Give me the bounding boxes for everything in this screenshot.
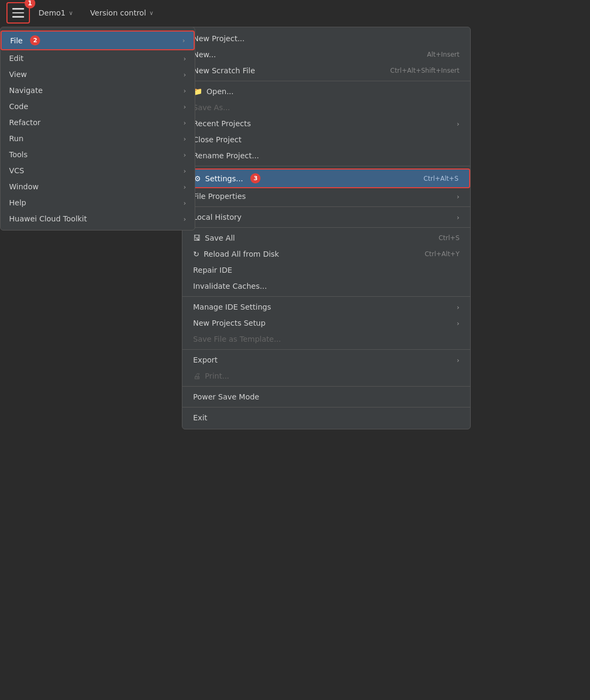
- menu-item-invalidate-caches[interactable]: Invalidate Caches...: [182, 278, 470, 294]
- edit-label: Edit: [9, 54, 24, 63]
- edit-arrow-icon: ›: [183, 55, 186, 63]
- sidebar-item-tools[interactable]: Tools ›: [1, 147, 195, 163]
- menu-item-open[interactable]: 📁 Open...: [182, 83, 470, 99]
- new-project-label: New Project...: [193, 34, 244, 43]
- menu-item-manage-ide[interactable]: Manage IDE Settings ›: [182, 299, 470, 315]
- sidebar-item-help[interactable]: Help ›: [1, 195, 195, 211]
- sidebar-item-code[interactable]: Code ›: [1, 98, 195, 114]
- version-control-label: Version control: [90, 9, 146, 17]
- reload-all-label: Reload All from Disk: [204, 250, 279, 258]
- menu-item-new-projects-setup[interactable]: New Projects Setup ›: [182, 315, 470, 331]
- menu-item-new-project[interactable]: New Project...: [182, 30, 470, 47]
- sidebar-item-window[interactable]: Window ›: [1, 179, 195, 195]
- topbar: 1 Demo1 ∨ Version control ∨: [0, 0, 590, 26]
- sidebar-item-view[interactable]: View ›: [1, 66, 195, 82]
- divider-5: [182, 296, 470, 297]
- view-label: View: [9, 70, 27, 79]
- menu-item-repair-ide[interactable]: Repair IDE: [182, 262, 470, 278]
- navigate-arrow-icon: ›: [183, 87, 186, 95]
- new-projects-setup-label: New Projects Setup: [193, 319, 265, 327]
- tools-arrow-icon: ›: [183, 151, 186, 159]
- sidebar-item-edit[interactable]: Edit ›: [1, 50, 195, 66]
- export-arrow-icon: ›: [457, 356, 459, 364]
- file-properties-arrow-icon: ›: [457, 193, 459, 201]
- power-save-label: Power Save Mode: [193, 393, 259, 401]
- sidebar-item-run[interactable]: Run ›: [1, 130, 195, 147]
- run-arrow-icon: ›: [183, 135, 186, 143]
- divider-3: [182, 206, 470, 207]
- menu-item-file-properties[interactable]: File Properties ›: [182, 188, 470, 204]
- new-shortcut: Alt+Insert: [427, 51, 459, 58]
- print-label: Print...: [205, 372, 229, 380]
- huawei-label: Huawei Cloud Toolkit: [9, 214, 87, 223]
- recent-projects-label: Recent Projects: [193, 119, 251, 128]
- settings-label: Settings...: [205, 174, 243, 183]
- code-label: Code: [9, 102, 28, 111]
- file-properties-label: File Properties: [193, 192, 246, 201]
- menu-item-local-history[interactable]: Local History ›: [182, 209, 470, 225]
- save-all-shortcut: Ctrl+S: [439, 234, 459, 242]
- vcs-label: VCS: [9, 166, 24, 175]
- version-chevron-icon: ∨: [149, 10, 154, 17]
- sidebar-item-vcs[interactable]: VCS ›: [1, 163, 195, 179]
- window-label: Window: [9, 182, 39, 191]
- help-label: Help: [9, 198, 26, 207]
- project-chevron-icon: ∨: [69, 10, 73, 17]
- hamburger-line-3: [12, 16, 24, 18]
- divider-4: [182, 227, 470, 228]
- menu-item-recent-projects[interactable]: Recent Projects ›: [182, 116, 470, 132]
- menu-item-print: 🖨 Print...: [182, 368, 470, 384]
- file-badge: 2: [30, 35, 40, 45]
- reload-icon: ↻: [193, 250, 200, 258]
- file-submenu: New Project... New... Alt+Insert New Scr…: [182, 27, 471, 429]
- menu-item-new-scratch[interactable]: New Scratch File Ctrl+Alt+Shift+Insert: [182, 63, 470, 79]
- refactor-arrow-icon: ›: [183, 119, 186, 127]
- sidebar-item-file[interactable]: File 2 ›: [1, 30, 195, 50]
- open-label: Open...: [206, 87, 234, 96]
- sidebar-item-navigate[interactable]: Navigate ›: [1, 82, 195, 98]
- save-as-label: Save As...: [193, 103, 230, 112]
- print-icon: 🖨: [193, 372, 201, 380]
- new-label: New...: [193, 50, 216, 59]
- tools-label: Tools: [9, 150, 28, 159]
- menu-item-rename-project[interactable]: Rename Project...: [182, 148, 470, 164]
- save-file-template-label: Save File as Template...: [193, 335, 281, 343]
- menu-item-close-project[interactable]: Close Project: [182, 132, 470, 148]
- divider-8: [182, 407, 470, 407]
- exit-label: Exit: [193, 413, 208, 422]
- recent-projects-arrow-icon: ›: [457, 120, 459, 128]
- menu-item-save-all[interactable]: 🖫 Save All Ctrl+S: [182, 230, 470, 246]
- sidebar-item-refactor[interactable]: Refactor ›: [1, 114, 195, 130]
- menu-item-reload-all[interactable]: ↻ Reload All from Disk Ctrl+Alt+Y: [182, 246, 470, 262]
- reload-all-shortcut: Ctrl+Alt+Y: [425, 250, 459, 258]
- invalidate-caches-label: Invalidate Caches...: [193, 282, 267, 290]
- help-arrow-icon: ›: [183, 199, 186, 207]
- version-control-selector[interactable]: Version control ∨: [90, 9, 154, 17]
- divider-7: [182, 386, 470, 387]
- manage-ide-label: Manage IDE Settings: [193, 303, 271, 311]
- menu-item-settings[interactable]: ⚙ Settings... 3 Ctrl+Alt+S: [182, 168, 470, 188]
- refactor-label: Refactor: [9, 118, 41, 127]
- divider-1: [182, 81, 470, 81]
- new-projects-setup-arrow-icon: ›: [457, 319, 459, 327]
- huawei-arrow-icon: ›: [183, 215, 186, 223]
- hamburger-line-2: [12, 12, 24, 14]
- save-all-label: Save All: [205, 234, 235, 242]
- project-name: Demo1: [39, 9, 66, 17]
- menu-item-export[interactable]: Export ›: [182, 352, 470, 368]
- new-scratch-label: New Scratch File: [193, 66, 255, 75]
- project-selector[interactable]: Demo1 ∨: [39, 9, 73, 17]
- menu-item-exit[interactable]: Exit: [182, 410, 470, 426]
- settings-badge: 3: [250, 173, 260, 183]
- close-project-label: Close Project: [193, 135, 242, 144]
- main-menu: File 2 › Edit › View › Navigate › Code ›…: [0, 27, 195, 230]
- repair-ide-label: Repair IDE: [193, 266, 232, 274]
- navigate-label: Navigate: [9, 86, 43, 95]
- file-label: File: [10, 36, 22, 45]
- menu-item-new[interactable]: New... Alt+Insert: [182, 47, 470, 63]
- run-label: Run: [9, 134, 24, 143]
- sidebar-item-huawei[interactable]: Huawei Cloud Toolkit ›: [1, 211, 195, 227]
- menu-item-power-save[interactable]: Power Save Mode: [182, 389, 470, 405]
- new-scratch-shortcut: Ctrl+Alt+Shift+Insert: [390, 67, 459, 74]
- code-arrow-icon: ›: [183, 103, 186, 111]
